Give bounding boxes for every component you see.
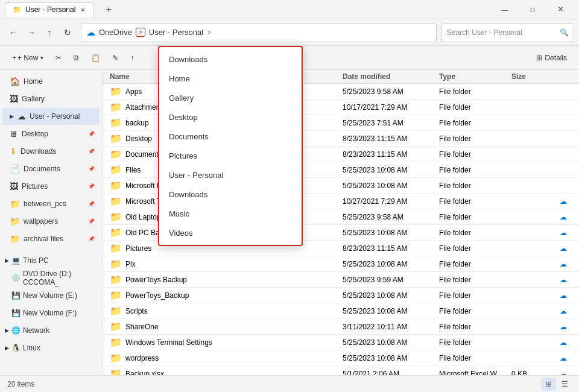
sidebar-item-gallery[interactable]: 🖼 Gallery — [2, 90, 100, 107]
sidebar-item-documents[interactable]: 📄 Documents 📌 — [2, 160, 100, 177]
table-row[interactable]: 📁 Backup.xlsx 5/1/2021 2:06 AM Microsoft… — [103, 366, 579, 375]
file-name-cell: 📁 PowerToys_Backup — [110, 289, 343, 301]
forward-button[interactable]: → — [23, 24, 40, 41]
sidebar-item-vol-e[interactable]: ▶ 💾 New Volume (E:) — [2, 287, 100, 304]
up-button[interactable]: ↑ — [41, 24, 58, 41]
sidebar-item-user-personal[interactable]: ▶ ☁ User - Personal — [2, 108, 100, 125]
details-icon: ⊞ — [536, 54, 542, 62]
details-button[interactable]: ⊞ Details — [531, 49, 572, 67]
tab-close-button[interactable]: ✕ — [79, 5, 86, 14]
header-type: Type — [439, 72, 511, 81]
table-row[interactable]: 📁 PowerToys_Backup 5/25/2023 10:08 AM Fi… — [103, 288, 579, 303]
sidebar-item-this-pc[interactable]: ▶ 💻 This PC — [2, 252, 100, 269]
dropdown-menu-item[interactable]: Documents — [159, 127, 302, 146]
file-type: File folder — [439, 197, 511, 206]
folder-icon: 📁 — [110, 133, 122, 144]
refresh-button[interactable]: ↻ — [59, 24, 76, 41]
address-chevron-button[interactable]: > — [136, 28, 145, 37]
dropdown-menu-item[interactable]: Music — [159, 204, 302, 223]
folder-icon: 📁 — [110, 117, 122, 128]
new-tab-button[interactable]: + — [99, 1, 118, 18]
file-name-cell: 📁 Backup.xlsx — [110, 368, 343, 375]
vol-e-icon: 💾 — [11, 291, 21, 300]
sidebar-item-archival[interactable]: 📁 archival files 📌 — [2, 230, 100, 247]
cloud-sync-icon: ☁ — [560, 260, 567, 268]
view-buttons: ⊞ ☰ — [542, 378, 572, 391]
sidebar-item-downloads[interactable]: ⬇ Downloads 📌 — [2, 143, 100, 160]
active-tab[interactable]: 📁 User - Personal ✕ — [5, 2, 94, 17]
expand-icon-pc: ▶ — [5, 258, 9, 264]
sidebar-item-pictures[interactable]: 🖼 Pictures 📌 — [2, 178, 100, 195]
table-row[interactable]: 📁 Scripts 5/25/2023 10:08 AM File folder… — [103, 303, 579, 319]
sidebar-item-network[interactable]: ▶ 🌐 Network — [2, 322, 100, 339]
file-modified: 5/25/2023 9:58 AM — [343, 213, 439, 221]
cloud-sync-icon: ☁ — [560, 244, 567, 253]
cut-button[interactable]: ✂ — [51, 49, 66, 67]
minimize-button[interactable]: — — [491, 0, 519, 19]
file-name-text: Microsoft R — [125, 182, 162, 190]
table-row[interactable]: 📁 Pix 5/25/2023 10:08 AM File folder ☁ — [103, 256, 579, 272]
dropdown-menu-item[interactable]: Desktop — [159, 107, 302, 127]
sidebar-vol-e-label: New Volume (E:) — [23, 291, 77, 300]
table-row[interactable]: 📁 ShareOne 3/11/2022 10:11 AM File folde… — [103, 319, 579, 335]
sidebar-item-desktop[interactable]: 🖥 Desktop 📌 — [2, 125, 100, 142]
dropdown-menu-item[interactable]: Pictures — [159, 146, 302, 165]
file-name-text: Files — [125, 166, 141, 174]
close-button[interactable]: ✕ — [546, 0, 574, 19]
file-modified: 5/25/2023 10:08 AM — [343, 307, 439, 315]
file-type: File folder — [439, 244, 511, 253]
file-type: File folder — [439, 150, 511, 159]
dropdown-menu-item[interactable]: Downloads — [159, 49, 302, 69]
tab-title: User - Personal — [25, 5, 75, 14]
dropdown-menu-item[interactable]: Home — [159, 69, 302, 88]
table-row[interactable]: 📁 Windows Terminal Settings 5/25/2023 10… — [103, 335, 579, 350]
details-view-button[interactable]: ☰ — [557, 378, 572, 391]
archival-icon: 📁 — [10, 234, 20, 244]
dropdown-menu-item[interactable]: Videos — [159, 223, 302, 242]
table-row[interactable]: 📁 wordpress 5/25/2023 10:08 AM File fold… — [103, 350, 579, 366]
cut-icon: ✂ — [55, 54, 62, 62]
network-icon: 🌐 — [11, 326, 21, 335]
cloud-sync-icon: ☁ — [560, 354, 567, 362]
dropdown-menu-item[interactable]: User - Personal — [159, 165, 302, 185]
table-row[interactable]: 📁 PowerToys Backup 5/25/2023 9:59 AM Fil… — [103, 272, 579, 288]
sidebar-item-linux[interactable]: ▶ 🐧 Linux — [2, 340, 100, 356]
sidebar-gallery-label: Gallery — [22, 95, 45, 103]
cloud-col: ☁ — [560, 260, 572, 268]
new-button[interactable]: + + New ▾ — [7, 49, 48, 67]
file-name-text: ShareOne — [125, 323, 159, 331]
title-bar: 📁 User - Personal ✕ + — □ ✕ — [0, 0, 579, 19]
file-size: 0 KB — [511, 370, 560, 376]
folder-icon: 📁 — [110, 86, 122, 97]
cloud-col: ☁ — [560, 276, 572, 284]
item-count: 20 items — [7, 380, 34, 388]
sidebar-item-home[interactable]: 🏠 Home — [2, 73, 100, 90]
list-view-button[interactable]: ⊞ — [542, 378, 556, 391]
address-bar[interactable]: ☁ OneDrive > User - Personal > — [81, 23, 437, 42]
copy-button[interactable]: ⧉ — [69, 49, 84, 67]
sidebar-between-pcs-label: between_pcs — [24, 200, 66, 208]
gallery-icon: 🖼 — [10, 94, 18, 104]
address-path: User - Personal — [149, 28, 203, 37]
sidebar-user-personal-label: User - Personal — [30, 112, 80, 121]
rename-button[interactable]: ✎ — [107, 49, 123, 67]
dropdown-menu-item[interactable]: Gallery — [159, 88, 302, 107]
share-button[interactable]: ↑ — [125, 49, 139, 67]
cloud-col: ☁ — [560, 323, 572, 331]
search-box[interactable]: Search User - Personal 🔍 — [441, 23, 574, 42]
file-modified: 10/17/2021 7:29 AM — [343, 103, 439, 112]
sidebar-documents-label: Documents — [24, 165, 60, 173]
sidebar-item-between-pcs[interactable]: 📁 between_pcs 📌 — [2, 195, 100, 212]
maximize-button[interactable]: □ — [519, 0, 546, 19]
paste-button[interactable]: 📋 — [86, 49, 105, 67]
file-name-text: Desktop — [125, 134, 152, 143]
dropdown-menu-item[interactable]: Downloads — [159, 185, 302, 204]
cloud-col: ☁ — [560, 338, 572, 347]
file-name-text: PowerToys Backup — [125, 276, 187, 284]
file-type: File folder — [439, 182, 511, 190]
sidebar-item-vol-f[interactable]: ▶ 💾 New Volume (F:) — [2, 305, 100, 321]
sidebar-item-dvd[interactable]: ▶ 💿 DVD Drive (D:) CCCOMA_ — [2, 270, 100, 286]
address-path-chevron: > — [207, 28, 212, 37]
sidebar-item-wallpapers[interactable]: 📁 wallpapers 📌 — [2, 213, 100, 230]
back-button[interactable]: ← — [5, 24, 22, 41]
